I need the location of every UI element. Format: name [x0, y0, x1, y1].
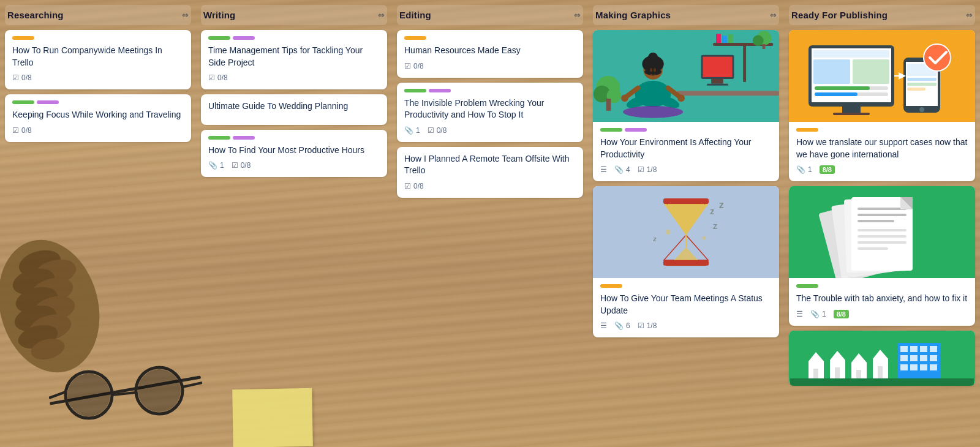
- card-e2-labels: [404, 89, 576, 92]
- svg-rect-53: [664, 260, 709, 265]
- column-title-editing: Editing: [399, 10, 431, 20]
- card-mg2-labels: [600, 284, 772, 288]
- card-mg2-desc: ☰: [600, 321, 607, 330]
- card-mg2[interactable]: z z Z z How To Give Yo: [593, 186, 779, 337]
- label-green-w1: [208, 36, 230, 40]
- description-icon-mg2: ☰: [600, 321, 607, 330]
- column-actions-researching[interactable]: ⇔: [182, 10, 189, 20]
- svg-rect-98: [858, 241, 907, 244]
- card-e1-title: Human Resources Made Easy: [404, 45, 576, 57]
- card-mg2-attach-value: 6: [626, 321, 630, 330]
- svg-rect-122: [920, 355, 927, 361]
- label-yellow-mg2: [600, 284, 622, 288]
- card-e3-checklist-value: 0/8: [413, 182, 424, 190]
- card-r2[interactable]: Keeping Focus While Working and Travelin…: [5, 94, 191, 142]
- card-mg2-image: z z Z z: [593, 186, 779, 278]
- svg-rect-118: [920, 346, 927, 352]
- svg-rect-52: [664, 199, 709, 204]
- card-mg1-checklist-value: 1/8: [647, 165, 657, 174]
- card-w3-checklist-value: 0/8: [241, 161, 251, 170]
- label-green-e2: [404, 89, 426, 92]
- card-w3-meta: 📎 1 ☑ 0/8: [208, 161, 380, 170]
- svg-rect-114: [878, 366, 883, 380]
- card-mg1-meta: ☰ 📎 4 ☑ 1/8: [600, 165, 772, 174]
- checklist-icon-e1: ☑: [404, 62, 411, 70]
- card-r1-title: How To Run Companywide Meetings In Trell…: [12, 45, 184, 69]
- description-icon-mg1: ☰: [600, 165, 607, 174]
- column-actions-editing[interactable]: ⇔: [574, 10, 581, 20]
- svg-point-45: [654, 68, 656, 72]
- svg-rect-95: [858, 220, 894, 222]
- card-w1[interactable]: Time Management Tips for Tackling Your S…: [201, 30, 387, 89]
- card-e2-attach-value: 1: [416, 126, 420, 135]
- checklist-icon-e3: ☑: [404, 182, 411, 190]
- card-r2-meta: ☑ 0/8: [12, 126, 184, 135]
- label-green-w3: [208, 136, 230, 140]
- card-w1-meta: ☑ 0/8: [208, 73, 380, 82]
- svg-text:z: z: [710, 207, 714, 216]
- svg-point-36: [648, 53, 658, 62]
- card-w2[interactable]: Ultimate Guide To Wedding Planning: [201, 94, 387, 125]
- card-e3[interactable]: How I Planned A Remote Team Offsite With…: [397, 147, 583, 198]
- svg-text:Z: Z: [713, 222, 717, 230]
- card-rfp2[interactable]: The Trouble with tab anxiety, and how to…: [789, 186, 975, 326]
- svg-rect-94: [858, 214, 907, 216]
- kanban-board: Researching ⇔ How To Run Companywide Mee…: [0, 0, 980, 447]
- svg-text:z: z: [653, 235, 657, 242]
- card-e3-title: How I Planned A Remote Team Offsite With…: [404, 153, 576, 177]
- card-mg2-checklist-value: 1/8: [647, 321, 657, 330]
- card-rfp1-attach: 📎 1: [796, 165, 812, 174]
- svg-point-26: [753, 35, 764, 46]
- column-actions-making-graphics[interactable]: ⇔: [770, 10, 777, 20]
- card-e3-checklist: ☑ 0/8: [404, 182, 424, 190]
- svg-point-82: [919, 107, 924, 112]
- column-actions-writing[interactable]: ⇔: [378, 10, 385, 20]
- card-r1[interactable]: How To Run Companywide Meetings In Trell…: [5, 30, 191, 89]
- card-e1-checklist: ☑ 0/8: [404, 62, 424, 70]
- svg-point-63: [702, 236, 706, 240]
- svg-rect-124: [900, 364, 908, 370]
- attachment-icon-w3: 📎: [208, 161, 217, 170]
- card-e1[interactable]: Human Resources Made Easy ☑ 0/8: [397, 30, 583, 78]
- card-mg1-desc: ☰: [600, 165, 607, 174]
- card-rfp1-labels: [796, 128, 968, 132]
- checklist-icon-mg1: ☑: [638, 165, 644, 174]
- card-e2[interactable]: The Invisible Problem Wrecking Your Prod…: [397, 83, 583, 142]
- svg-rect-111: [856, 370, 861, 380]
- label-purple-w1: [233, 36, 255, 40]
- svg-rect-93: [858, 208, 907, 210]
- column-writing: Writing ⇔ Time Management Tips for Tackl…: [196, 0, 392, 447]
- card-rfp1[interactable]: How we translate our support cases now t…: [789, 30, 975, 181]
- svg-rect-125: [910, 364, 918, 370]
- svg-rect-84: [907, 78, 937, 81]
- column-header-writing: Writing ⇔: [201, 5, 387, 25]
- svg-rect-32: [677, 91, 779, 96]
- svg-text:z: z: [719, 200, 724, 210]
- card-rfp3[interactable]: [789, 331, 975, 386]
- label-green-mg1: [600, 128, 622, 132]
- card-rfp3-image: [789, 331, 975, 386]
- svg-rect-121: [910, 355, 918, 361]
- card-w3[interactable]: How To Find Your Most Productive Hours 📎…: [201, 130, 387, 178]
- label-purple-w3: [233, 136, 255, 140]
- svg-rect-71: [842, 107, 861, 113]
- svg-rect-77: [815, 86, 870, 90]
- card-mg1-attach: 📎 4: [614, 165, 630, 174]
- card-mg1[interactable]: How Your Environment Is Affecting Your P…: [593, 30, 779, 181]
- card-rfp1-meta: 📎 1 8/8: [796, 165, 968, 174]
- column-actions-ready-for-publishing[interactable]: ⇔: [966, 10, 973, 20]
- svg-rect-72: [833, 113, 870, 115]
- label-purple: [37, 100, 59, 104]
- card-r1-meta: ☑ 0/8: [12, 73, 184, 82]
- card-w1-labels: [208, 36, 380, 40]
- label-purple-mg1: [625, 128, 647, 132]
- card-r1-checklist-value: 0/8: [21, 73, 32, 82]
- card-rfp2-labels: [796, 284, 968, 288]
- column-title-ready-for-publishing: Ready For Publishing: [791, 10, 888, 20]
- column-title-making-graphics: Making Graphics: [595, 10, 671, 20]
- column-header-ready-for-publishing: Ready For Publishing ⇔: [789, 5, 975, 25]
- svg-rect-27: [763, 44, 766, 49]
- card-rfp2-checklist: 8/8: [834, 310, 849, 318]
- column-header-editing: Editing ⇔: [397, 5, 583, 25]
- column-making-graphics: Making Graphics ⇔: [588, 0, 784, 447]
